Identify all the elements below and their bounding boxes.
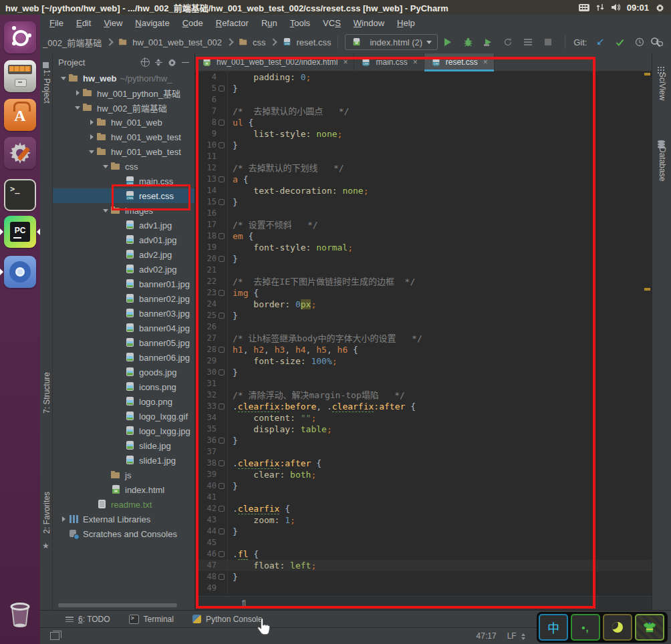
breadcrumb-item[interactable]: css (253, 37, 266, 47)
fold-marker-icon[interactable] (217, 503, 227, 514)
ime-language-key[interactable]: 中 (539, 614, 568, 641)
editor[interactable]: hw_001_web_test_002/index.html×main.css×… (195, 53, 652, 610)
menu-item-help[interactable]: Help (397, 18, 415, 28)
keyboard-layout-icon[interactable] (579, 4, 589, 11)
settings-gear-icon[interactable] (168, 58, 176, 67)
running-processes-button[interactable] (521, 35, 535, 49)
tree-item[interactable]: goods.jpg (53, 365, 194, 379)
tool-stripe-sciview[interactable]: SciView (658, 72, 667, 103)
locate-file-icon[interactable] (141, 58, 150, 67)
menu-item-navigate[interactable]: Navigate (135, 18, 169, 28)
tool-stripe-database[interactable]: Database (658, 147, 667, 184)
fold-marker-icon[interactable] (217, 344, 227, 355)
tree-item[interactable]: banner01.jpg (53, 277, 194, 291)
editor-tab[interactable]: reset.css× (424, 53, 495, 71)
fold-marker-icon[interactable] (217, 140, 227, 151)
fold-marker-icon[interactable] (217, 117, 227, 128)
fold-marker-icon[interactable] (217, 458, 227, 469)
tree-item[interactable]: readme.txt (53, 497, 194, 512)
menu-item-vcs[interactable]: VCS (323, 18, 341, 28)
git-history-button[interactable] (633, 35, 646, 49)
pycharm-icon[interactable]: PC (4, 216, 36, 248)
horizontal-scrollbar[interactable] (58, 603, 177, 607)
fold-marker-icon[interactable] (217, 435, 227, 446)
menu-item-file[interactable]: File (49, 18, 63, 28)
fold-marker-icon[interactable] (217, 253, 227, 265)
close-icon[interactable]: × (483, 57, 488, 67)
tool-stripe-project[interactable]: 1: Project (42, 69, 51, 106)
ime-fullwidth-key[interactable] (603, 614, 632, 641)
tool-stripe-favorites[interactable]: 2: Favorites (42, 492, 51, 536)
session-gear-icon[interactable] (656, 3, 664, 12)
collapse-all-icon[interactable] (155, 59, 162, 65)
collapsed-arrow-icon[interactable] (88, 115, 96, 130)
close-icon[interactable]: × (343, 57, 348, 67)
warning-stripe-mark[interactable] (644, 73, 650, 75)
tree-item[interactable]: css (53, 159, 194, 174)
menu-item-edit[interactable]: Edit (76, 18, 91, 28)
breadcrumb-item[interactable]: hw_001_web_test_002 (132, 37, 222, 47)
tree-item[interactable]: slide1.jpg (53, 453, 194, 468)
run-configuration-select[interactable]: index.html (2) (345, 34, 438, 50)
system-settings-icon[interactable] (4, 137, 36, 169)
menu-item-window[interactable]: Window (354, 18, 384, 28)
files-icon[interactable] (4, 60, 36, 92)
toolwindow-button-python-console[interactable]: Python Console (192, 615, 263, 624)
toolwindow-toggle-icon[interactable] (50, 632, 59, 640)
ubuntu-dash-icon[interactable] (4, 21, 36, 53)
warning-stripe-mark[interactable] (644, 288, 650, 291)
line-separator[interactable]: LF (507, 631, 525, 641)
tree-item[interactable]: hw_001_python_基础 (53, 86, 194, 100)
toolwindow-button-terminal[interactable]: Terminal (129, 615, 174, 624)
fold-marker-icon[interactable] (217, 480, 227, 492)
tree-item[interactable]: Scratches and Consoles (53, 526, 194, 541)
tree-item[interactable]: banner04.jpg (53, 321, 194, 335)
menu-item-run[interactable]: Run (261, 18, 277, 28)
tree-item[interactable]: adv02.jpg (53, 262, 194, 277)
editor-tab[interactable]: main.css× (354, 53, 424, 71)
network-arrows-icon[interactable] (596, 3, 604, 11)
tree-item[interactable]: slide.jpg (53, 438, 194, 453)
tree-item[interactable]: hw_002_前端基础 (53, 100, 194, 115)
tree-item[interactable]: logo.png (53, 394, 194, 409)
rerun-button[interactable] (501, 35, 515, 49)
git-update-button[interactable] (593, 35, 606, 49)
tree-item[interactable]: logo_lxgg.gif (53, 409, 194, 424)
fold-marker-icon[interactable] (217, 83, 227, 94)
editor-tab[interactable]: hw_001_web_test_002/index.html× (195, 53, 354, 71)
tree-item[interactable]: hw_web~/python/hw_ (53, 71, 194, 86)
git-commit-button[interactable] (613, 35, 626, 49)
search-everywhere-icon[interactable] (649, 35, 662, 49)
fold-marker-icon[interactable] (217, 287, 227, 299)
expanded-arrow-icon[interactable] (102, 203, 110, 218)
fold-marker-icon[interactable] (217, 571, 227, 583)
toolwindow-button-6-todo[interactable]: 6: TODO (65, 615, 110, 624)
fold-marker-icon[interactable] (217, 401, 227, 412)
stop-button[interactable] (541, 35, 555, 49)
tree-item[interactable]: reset.css (53, 188, 194, 203)
tree-item[interactable]: banner06.jpg (53, 350, 194, 365)
fold-marker-icon[interactable] (217, 174, 227, 185)
tree-item[interactable]: banner05.jpg (53, 335, 194, 350)
tree-item[interactable]: hw_001_web_test (53, 144, 194, 159)
close-icon[interactable]: × (413, 57, 418, 67)
expanded-arrow-icon[interactable] (59, 71, 68, 86)
expanded-arrow-icon[interactable] (74, 100, 82, 115)
tree-item[interactable]: images (53, 203, 194, 218)
tree-item[interactable]: adv2.jpg (53, 247, 194, 262)
expanded-arrow-icon[interactable] (102, 159, 110, 174)
editor-breadcrumb[interactable]: fl (195, 596, 652, 610)
tree-item[interactable]: js (53, 468, 194, 482)
tree-item[interactable]: hw_001_web (53, 115, 194, 130)
tree-item[interactable]: hw_001_web_test (53, 130, 194, 144)
fold-marker-icon[interactable] (217, 196, 227, 208)
debug-button[interactable] (461, 35, 475, 49)
tree-item[interactable]: main.css (53, 174, 194, 188)
code-area[interactable]: 4 padding: 0;5}67/* 去掉默认的小圆点 */8ul {9 li… (195, 71, 652, 596)
collapsed-arrow-icon[interactable] (74, 86, 82, 100)
run-button[interactable] (441, 35, 454, 49)
ime-punctuation-key[interactable]: •, (571, 614, 600, 641)
tree-item[interactable]: banner03.jpg (53, 306, 194, 321)
fold-marker-icon[interactable] (217, 367, 227, 378)
fold-marker-icon[interactable] (217, 310, 227, 321)
